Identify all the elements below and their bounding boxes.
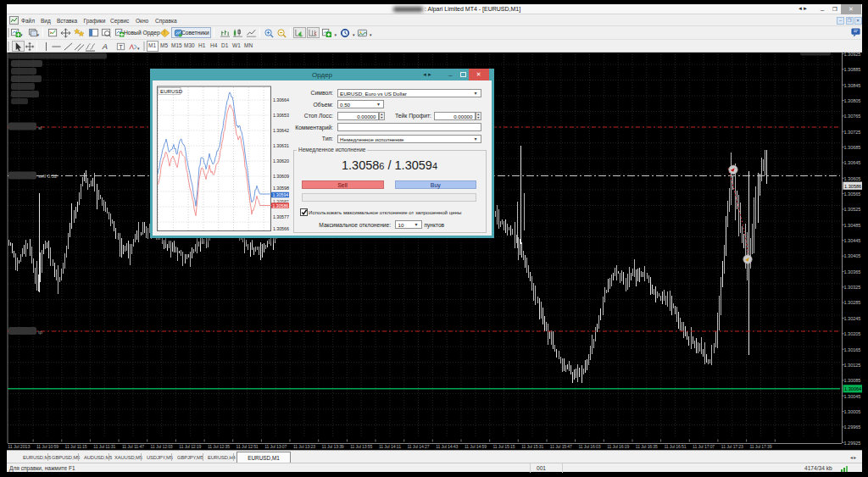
svg-text:1.30205: 1.30205	[844, 331, 861, 336]
svg-text:1.30566: 1.30566	[273, 226, 289, 231]
svg-text:11 Jul 12:19: 11 Jul 12:19	[179, 444, 201, 449]
svg-text:11 Jul 17:07: 11 Jul 17:07	[693, 444, 715, 449]
svg-text:1.30064: 1.30064	[844, 386, 861, 391]
svg-text:11 Jul 16:51: 11 Jul 16:51	[665, 444, 687, 449]
svg-text:1.30594: 1.30594	[273, 192, 289, 197]
svg-text:11 Jul 13:55: 11 Jul 13:55	[350, 444, 372, 449]
svg-text:11 Jul 11:47: 11 Jul 11:47	[122, 444, 144, 449]
svg-text:11 Jul 16:19: 11 Jul 16:19	[607, 444, 629, 449]
svg-text:1.30125: 1.30125	[844, 363, 861, 368]
svg-text:1.30631: 1.30631	[273, 143, 289, 148]
svg-text:1.30165: 1.30165	[844, 347, 861, 352]
svg-text:11 Jul 14:43: 11 Jul 14:43	[436, 444, 458, 449]
svg-text:1.29925: 1.29925	[844, 441, 861, 446]
svg-text:1.30325: 1.30325	[844, 285, 861, 290]
svg-text:1.30598: 1.30598	[273, 186, 289, 191]
svg-text:1.30664: 1.30664	[273, 97, 289, 103]
svg-text:1.30685: 1.30685	[844, 145, 861, 150]
svg-text:1.30620: 1.30620	[273, 158, 289, 164]
svg-text:11 Jul 11:31: 11 Jul 11:31	[93, 444, 115, 449]
svg-text:1.30925: 1.30925	[844, 53, 861, 57]
svg-text:1.30885: 1.30885	[844, 67, 861, 72]
svg-text:1.30577: 1.30577	[273, 214, 289, 219]
svg-text:1.30653: 1.30653	[273, 113, 289, 118]
svg-text:1.30605: 1.30605	[844, 176, 861, 181]
svg-text:11 Jul 17:23: 11 Jul 17:23	[721, 444, 743, 449]
svg-text:1.30565: 1.30565	[844, 191, 861, 197]
svg-text:1.30245: 1.30245	[844, 316, 861, 321]
svg-text:1.30525: 1.30525	[844, 207, 861, 212]
svg-text:1.30586: 1.30586	[844, 184, 861, 189]
svg-text:1.30085: 1.30085	[844, 378, 861, 383]
svg-text:tp: tp	[38, 330, 43, 335]
svg-text:sell 0.52: sell 0.52	[38, 174, 58, 179]
svg-text:11 Jul 13:07: 11 Jul 13:07	[264, 444, 287, 449]
svg-text:1.30845: 1.30845	[844, 83, 861, 88]
svg-text:11 Jul 14:59: 11 Jul 14:59	[465, 444, 487, 449]
svg-text:11 Jul 17:39: 11 Jul 17:39	[750, 444, 772, 449]
svg-text:11 Jul 14:11: 11 Jul 14:11	[379, 444, 401, 449]
svg-text:sl: sl	[38, 125, 42, 130]
svg-text:EURUSD: EURUSD	[160, 88, 183, 94]
svg-text:11 Jul 13:23: 11 Jul 13:23	[293, 444, 315, 449]
svg-text:11 Jul 11:15: 11 Jul 11:15	[65, 444, 87, 449]
svg-text:11 Jul 12:35: 11 Jul 12:35	[208, 444, 230, 449]
svg-text:11 Jul 15:47: 11 Jul 15:47	[550, 444, 572, 449]
svg-text:T: T	[119, 43, 123, 51]
svg-text:1.30645: 1.30645	[844, 160, 861, 165]
svg-text:1.29965: 1.29965	[844, 424, 861, 430]
svg-text:1.30285: 1.30285	[844, 300, 861, 305]
svg-text:11 Jul 13:39: 11 Jul 13:39	[322, 444, 344, 449]
svg-text:!: !	[164, 30, 165, 36]
svg-text:11 Jul 15:15: 11 Jul 15:15	[493, 444, 515, 449]
svg-text:1.30609: 1.30609	[273, 174, 289, 179]
svg-text:11 Jul 10:59: 11 Jul 10:59	[36, 444, 58, 449]
svg-text:1.30725: 1.30725	[844, 130, 861, 135]
svg-text:1.30365: 1.30365	[844, 269, 861, 275]
svg-text:1.30586: 1.30586	[273, 203, 289, 208]
svg-text:11 Jul 14:27: 11 Jul 14:27	[408, 444, 430, 449]
svg-text:1.30485: 1.30485	[844, 223, 861, 228]
svg-text:11 Jul 12:51: 11 Jul 12:51	[236, 444, 259, 449]
svg-text:1.30005: 1.30005	[844, 409, 861, 414]
svg-text:1.30445: 1.30445	[844, 238, 861, 243]
svg-text:1.30765: 1.30765	[844, 114, 861, 119]
svg-text:1.30045: 1.30045	[844, 394, 861, 399]
svg-text:1.30805: 1.30805	[844, 98, 861, 103]
svg-text:11 Jul 15:31: 11 Jul 15:31	[521, 444, 543, 449]
svg-text:11 Jul 12:03: 11 Jul 12:03	[151, 444, 173, 449]
svg-text:11 Jul 2013: 11 Jul 2013	[8, 444, 30, 449]
svg-text:11 Jul 16:35: 11 Jul 16:35	[636, 444, 658, 449]
svg-text:A: A	[102, 42, 108, 51]
svg-text:11 Jul 16:03: 11 Jul 16:03	[579, 444, 601, 449]
svg-text:1.30405: 1.30405	[844, 253, 861, 258]
